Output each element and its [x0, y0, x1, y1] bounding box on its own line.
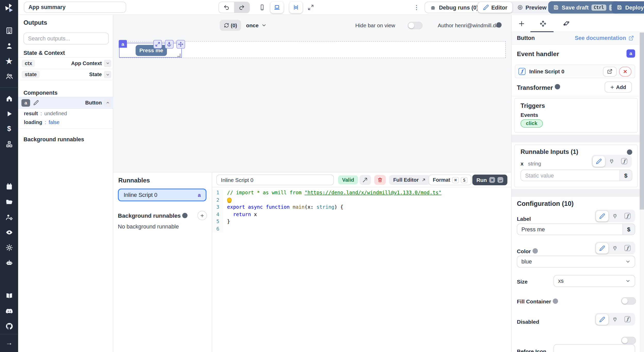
workers-users-settings-icon[interactable]	[0, 210, 18, 225]
runnable-item-inline-script-0[interactable]: Inline Script 0 a	[118, 189, 207, 201]
layout-toggle-group	[289, 2, 317, 13]
search-outputs-input[interactable]	[23, 32, 109, 44]
home-icon[interactable]	[0, 91, 18, 106]
input-x-value[interactable]	[521, 172, 619, 179]
static-pencil-icon[interactable]	[596, 243, 608, 253]
no-background-runnable-text: No background runnable	[118, 224, 179, 230]
resources-boxes-icon[interactable]	[0, 137, 18, 152]
eval-function-icon[interactable]: ƒ	[621, 314, 634, 325]
function-icon: ƒ	[519, 68, 526, 75]
hide-bar-toggle[interactable]	[408, 22, 422, 29]
color-select[interactable]: blue	[517, 256, 635, 268]
disabled-toggle[interactable]	[621, 337, 636, 344]
app-summary-input[interactable]	[24, 2, 126, 13]
tab-settings-component-icon[interactable]	[538, 19, 548, 28]
static-pencil-icon[interactable]	[596, 210, 608, 221]
ai-wand-icon[interactable]	[359, 175, 371, 185]
center-align-button[interactable]	[289, 2, 302, 13]
user-icon[interactable]	[0, 38, 18, 53]
code-editor-content[interactable]: 1// import * as wmill from "https://deno…	[212, 187, 511, 352]
debug-runs-button[interactable]: Debug runs (0)	[425, 2, 484, 13]
windmill-logo-icon[interactable]	[4, 3, 14, 13]
label-template-dollar-button[interactable]: $	[622, 224, 635, 235]
expand-component-icon[interactable]	[153, 40, 162, 49]
tab-preview[interactable]: Preview	[512, 2, 552, 13]
variables-dollar-icon[interactable]: $	[0, 121, 18, 137]
author-info-icon[interactable]	[496, 22, 502, 28]
press-me-button[interactable]: Press me	[135, 45, 167, 56]
docs-book-icon[interactable]	[0, 288, 18, 303]
script-name-input[interactable]	[216, 174, 334, 185]
size-select-value: xs	[558, 278, 564, 284]
deploy-button[interactable]: Deploy	[612, 1, 644, 14]
bg-runnables-info-icon[interactable]	[182, 213, 188, 218]
component-row-a[interactable]: a Button	[18, 97, 113, 109]
favorites-star-icon[interactable]: ★	[0, 54, 18, 69]
eval-function-icon[interactable]: ƒ	[618, 156, 630, 167]
delete-script-trash-icon[interactable]	[374, 175, 386, 185]
eval-function-icon[interactable]: ƒ	[621, 243, 634, 253]
remove-script-x-icon[interactable]: ✕	[619, 66, 631, 76]
settings-gear-icon[interactable]	[0, 240, 18, 255]
add-transformer-button[interactable]: + Add	[605, 82, 632, 93]
tab-editor[interactable]: Editor	[478, 2, 512, 13]
transformer-info-icon[interactable]	[555, 84, 560, 89]
fullscreen-button[interactable]	[304, 2, 317, 13]
resize-handle[interactable]	[177, 54, 181, 57]
save-draft-button[interactable]: Save draft Ctrl S	[548, 1, 621, 14]
connect-plug-icon[interactable]	[609, 314, 621, 325]
app-canvas[interactable]: (0) once Hide bar on view Author henri@w…	[113, 15, 511, 173]
connect-plug-icon[interactable]	[609, 243, 621, 253]
more-options-menu-icon[interactable]: ⋮	[413, 3, 420, 12]
input-x-template-dollar-button[interactable]: $	[620, 170, 632, 181]
ctx-expand-chevron-icon[interactable]	[104, 59, 111, 67]
size-select[interactable]: xs	[554, 275, 635, 287]
connect-plug-icon[interactable]	[605, 156, 618, 167]
mobile-view-button[interactable]	[256, 2, 269, 13]
eval-function-icon[interactable]: ƒ	[621, 210, 634, 221]
component-collapse-chevron-icon[interactable]	[104, 99, 111, 107]
bot-icon[interactable]	[0, 255, 18, 270]
format-button[interactable]: Format ⌘ S	[429, 174, 472, 185]
event-handler-script-card[interactable]: ƒ Inline Script 0 ✕	[515, 65, 635, 78]
static-pencil-icon[interactable]	[593, 156, 605, 167]
bug-icon	[430, 4, 436, 11]
tab-theme-brush-icon[interactable]	[561, 19, 571, 28]
state-expand-chevron-icon[interactable]	[104, 71, 111, 78]
undo-button[interactable]	[219, 2, 234, 13]
runs-play-icon[interactable]	[0, 106, 18, 121]
add-background-runnable-button[interactable]: +	[197, 211, 207, 220]
schedules-calendar-icon[interactable]	[0, 179, 18, 194]
full-editor-button[interactable]: Full Editor	[389, 175, 430, 185]
runnable-inputs-info-icon[interactable]	[627, 149, 632, 155]
redo-button[interactable]	[234, 2, 249, 13]
output-row-state[interactable]: state State	[18, 69, 113, 80]
github-icon[interactable]	[0, 319, 18, 334]
see-documentation-link[interactable]: See documentation	[575, 35, 634, 41]
settings-scrollbar[interactable]	[640, 32, 644, 352]
open-script-external-icon[interactable]	[603, 66, 617, 76]
audit-eye-icon[interactable]	[0, 225, 18, 240]
output-row-ctx[interactable]: ctx App Context	[18, 57, 113, 69]
tab-insert-plus-icon[interactable]	[516, 19, 526, 28]
groups-icon[interactable]	[0, 69, 18, 84]
static-pencil-icon[interactable]	[596, 314, 608, 325]
connect-plug-icon[interactable]	[609, 210, 621, 221]
anchor-component-icon[interactable]	[165, 40, 174, 49]
label-config-value[interactable]	[517, 226, 622, 232]
desktop-view-button[interactable]	[270, 2, 284, 13]
before-icon-select[interactable]	[554, 344, 635, 352]
run-button[interactable]: Run ⌘ ↵	[472, 174, 508, 185]
discord-icon[interactable]	[0, 303, 18, 319]
rename-pencil-icon[interactable]	[33, 100, 39, 105]
schedule-dropdown[interactable]: once	[246, 20, 267, 31]
color-info-icon[interactable]	[532, 248, 538, 254]
move-component-icon[interactable]	[176, 40, 185, 49]
workspace-icon[interactable]	[0, 23, 18, 38]
collapse-sidebar-arrow-icon[interactable]: →	[0, 335, 18, 350]
fill-container-info-icon[interactable]	[553, 298, 558, 304]
runnable-inputs-box: Runnable Inputs (1) x string ƒ $	[514, 145, 638, 187]
fill-container-toggle[interactable]	[621, 297, 636, 305]
folders-icon[interactable]	[0, 194, 18, 209]
refresh-count-button[interactable]: (0)	[220, 20, 241, 31]
